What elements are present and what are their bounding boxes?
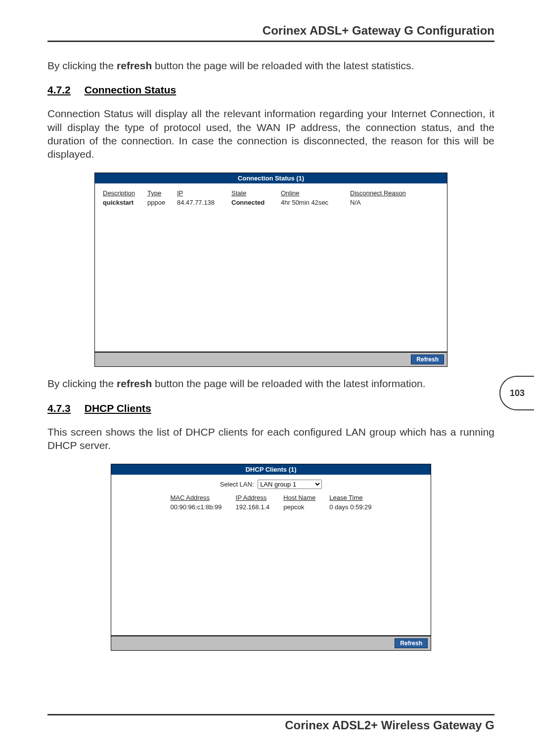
table-row: quickstart pppoe 84.47.77.138 Connected …	[101, 198, 441, 207]
section-heading-4-7-3: 4.7.3DHCP Clients	[47, 402, 494, 414]
cell-ip: 84.47.77.138	[175, 198, 229, 207]
col-lease-time: Lease Time	[322, 493, 378, 502]
page-header-title: Corinex ADSL+ Gateway G Configuration	[47, 24, 494, 41]
section-title: Connection Status	[85, 84, 177, 95]
dhcp-clients-body: Select LAN: LAN group 1 MAC Address IP A…	[111, 475, 431, 635]
dhcp-clients-panel-title: DHCP Clients (1)	[111, 464, 431, 475]
footer-divider	[47, 714, 494, 715]
table-row: 00:90:96:c1:8b:99 192.168.1.4 pepcok 0 d…	[163, 502, 378, 512]
cell-state: Connected	[229, 198, 279, 207]
cell-online: 4hr 50min 42sec	[279, 198, 348, 207]
cell-ip-address: 192.168.1.4	[229, 502, 277, 512]
paragraph-connection-status: Connection Status will display all the r…	[47, 107, 494, 161]
paragraph-refresh-info: By clicking the refresh button the page …	[47, 377, 494, 390]
connection-status-panel-title: Connection Status (1)	[95, 173, 447, 183]
section-heading-4-7-2: 4.7.2Connection Status	[47, 84, 494, 96]
select-lan-label: Select LAN:	[220, 481, 254, 488]
connection-status-footer: Refresh	[94, 352, 447, 367]
connection-status-body: Description Type IP State Online Disconn…	[95, 183, 447, 352]
cell-mac-address: 00:90:96:c1:8b:99	[163, 502, 228, 512]
select-lan-dropdown[interactable]: LAN group 1	[258, 480, 322, 489]
section-number: 4.7.2	[47, 84, 71, 95]
section-number: 4.7.3	[47, 402, 71, 414]
col-state: State	[229, 188, 279, 198]
col-host-name: Host Name	[276, 493, 322, 502]
refresh-button[interactable]: Refresh	[395, 638, 428, 648]
dhcp-clients-panel: DHCP Clients (1) Select LAN: LAN group 1…	[111, 464, 431, 651]
header-divider	[47, 41, 494, 42]
col-mac-address: MAC Address	[163, 493, 228, 502]
cell-description: quickstart	[101, 198, 145, 207]
cell-type: pppoe	[145, 198, 175, 207]
text: By clicking the	[47, 378, 117, 389]
connection-status-panel: Connection Status (1) Description Type I…	[94, 173, 447, 367]
paragraph-refresh-stats: By clicking the refresh button the page …	[47, 59, 494, 72]
dhcp-clients-table: MAC Address IP Address Host Name Lease T…	[163, 493, 378, 512]
page-footer: Corinex ADSL2+ Wireless Gateway G	[47, 714, 494, 732]
text-bold-refresh: refresh	[117, 378, 152, 389]
text: button the page will be reloaded with th…	[152, 60, 414, 71]
table-header-row: MAC Address IP Address Host Name Lease T…	[163, 493, 378, 502]
dhcp-clients-footer: Refresh	[111, 636, 431, 651]
page-number-tab: 103	[499, 376, 534, 410]
connection-status-table: Description Type IP State Online Disconn…	[101, 188, 441, 207]
text: By clicking the	[47, 60, 117, 71]
col-type: Type	[145, 188, 175, 198]
paragraph-dhcp-clients: This screen shows the list of DHCP clien…	[47, 425, 494, 452]
page-footer-title: Corinex ADSL2+ Wireless Gateway G	[47, 718, 494, 732]
section-title: DHCP Clients	[85, 402, 151, 414]
col-description: Description	[101, 188, 145, 198]
cell-lease-time: 0 days 0:59:29	[322, 502, 378, 512]
table-header-row: Description Type IP State Online Disconn…	[101, 188, 441, 198]
cell-host-name: pepcok	[276, 502, 322, 512]
select-lan-row: Select LAN: LAN group 1	[117, 480, 425, 489]
col-ip-address: IP Address	[229, 493, 277, 502]
refresh-button[interactable]: Refresh	[411, 355, 444, 364]
col-disconnect-reason: Disconnect Reason	[348, 188, 441, 198]
col-ip: IP	[175, 188, 229, 198]
text: button the page will be reloaded with th…	[152, 378, 425, 389]
text-bold-refresh: refresh	[117, 60, 152, 71]
cell-disconnect-reason: N/A	[348, 198, 441, 207]
col-online: Online	[279, 188, 348, 198]
